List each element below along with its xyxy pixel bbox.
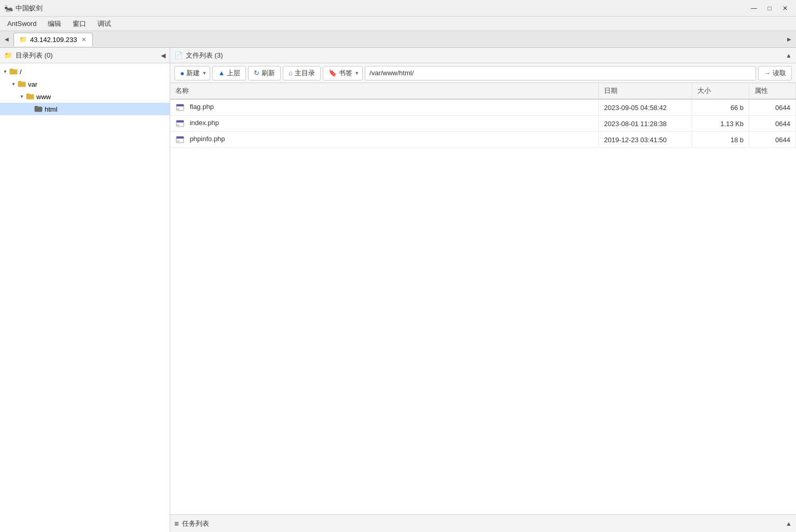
maximize-button[interactable]: □: [763, 3, 776, 13]
up-button[interactable]: ▲ 上层: [212, 66, 246, 80]
file-size-cell: 1.13 Kb: [692, 116, 749, 132]
file-name: flag.php: [190, 103, 214, 111]
file-table: 名称 日期 大小 属性 </> php flag.php 2023-09-05 …: [170, 83, 796, 148]
file-name-cell: </> php flag.php: [170, 99, 599, 116]
bookmark-label: 书签: [339, 69, 352, 78]
col-header-date[interactable]: 日期: [599, 83, 692, 99]
bookmark-button[interactable]: 🔖 书签 ▼: [323, 66, 363, 80]
window-controls: — □ ✕: [747, 3, 792, 13]
menu-antsword[interactable]: AntSword: [2, 18, 42, 29]
table-row[interactable]: </> php flag.php 2023-09-05 04:58:42 66 …: [170, 99, 796, 116]
file-table-container: 名称 日期 大小 属性 </> php flag.php 2023-09-05 …: [170, 83, 796, 514]
file-attr-cell: 0644: [749, 132, 796, 148]
file-panel-header: 📄 文件列表 (3) ▲: [170, 48, 796, 63]
svg-text:php: php: [177, 140, 180, 142]
folder-icon-html: [34, 105, 43, 113]
tree-toggle-html[interactable]: [27, 106, 33, 112]
task-icon: ≡: [174, 519, 179, 528]
tree-label-www: www: [36, 93, 51, 101]
php-file-icon: </> php: [175, 119, 185, 128]
directory-panel-collapse[interactable]: ◀: [161, 52, 166, 59]
refresh-button[interactable]: ↻ 刷新: [248, 66, 281, 80]
php-file-icon: </> php: [175, 103, 185, 112]
title-bar: 🐜 中国蚁剑 — □ ✕: [0, 0, 796, 17]
folder-icon-var: [18, 80, 26, 88]
refresh-label: 刷新: [262, 69, 275, 78]
app-title: 中国蚁剑: [16, 4, 747, 13]
col-header-attr[interactable]: 属性: [749, 83, 796, 99]
tree-item-var[interactable]: ▼ var: [0, 78, 170, 90]
col-header-name[interactable]: 名称: [170, 83, 599, 99]
task-panel: ≡ 任务列表 ▲: [170, 514, 796, 532]
main-content: 📁 目录列表 (0) ◀ ▼ / ▼ var: [0, 48, 796, 532]
minimize-button[interactable]: —: [747, 3, 761, 13]
file-date-cell: 2023-09-05 04:58:42: [599, 99, 692, 116]
file-list-icon: 📄: [174, 51, 183, 59]
home-label: 主目录: [295, 69, 315, 78]
svg-text:</>: </>: [177, 138, 181, 140]
new-arrow-icon: ▼: [202, 71, 207, 76]
refresh-icon: ↻: [254, 69, 259, 77]
svg-text:php: php: [177, 108, 180, 110]
new-icon: ●: [180, 69, 184, 77]
directory-icon: 📁: [4, 51, 12, 59]
table-row[interactable]: </> php phpinfo.php 2019-12-23 03:41:50 …: [170, 132, 796, 148]
close-button[interactable]: ✕: [778, 3, 792, 13]
app-icon: 🐜: [4, 4, 12, 12]
file-size-cell: 66 b: [692, 99, 749, 116]
bookmark-icon: 🔖: [328, 69, 337, 77]
table-row[interactable]: </> php index.php 2023-08-01 11:28:38 1.…: [170, 116, 796, 132]
tree-item-www[interactable]: ▼ www: [0, 90, 170, 103]
path-input[interactable]: [365, 66, 756, 80]
menu-window[interactable]: 窗口: [67, 18, 91, 30]
right-panel: 📄 文件列表 (3) ▲ ● 新建 ▼ ▲ 上层 ↻ 刷新 ⌂ 主目录: [170, 48, 796, 532]
svg-text:php: php: [177, 124, 180, 126]
directory-tree: ▼ / ▼ var ▼ www: [0, 63, 170, 532]
new-button[interactable]: ● 新建 ▼: [174, 66, 210, 80]
up-icon: ▲: [218, 69, 225, 77]
file-panel-collapse[interactable]: ▲: [786, 52, 792, 59]
menu-bar: AntSword 编辑 窗口 调试: [0, 17, 796, 31]
read-label: 读取: [773, 69, 786, 78]
read-button[interactable]: → 读取: [758, 66, 792, 80]
tree-item-root[interactable]: ▼ /: [0, 65, 170, 78]
php-file-icon: </> php: [175, 135, 185, 144]
col-header-size[interactable]: 大小: [692, 83, 749, 99]
read-icon: →: [764, 69, 771, 77]
tree-toggle-var[interactable]: ▼: [10, 81, 17, 87]
tree-label-root: /: [20, 68, 22, 76]
svg-text:</>: </>: [177, 106, 181, 108]
tab-label: 43.142.109.233: [30, 36, 77, 44]
directory-panel-title: 目录列表 (0): [16, 51, 53, 60]
task-panel-collapse[interactable]: ▲: [786, 520, 792, 527]
tab-folder-icon: 📁: [19, 36, 27, 43]
file-toolbar: ● 新建 ▼ ▲ 上层 ↻ 刷新 ⌂ 主目录 🔖 书签 ▼: [170, 63, 796, 83]
file-name: phpinfo.php: [190, 135, 225, 143]
tab-bar: ◀ 📁 43.142.109.233 ✕ ▶: [0, 31, 796, 48]
bookmark-arrow-icon: ▼: [354, 71, 359, 76]
file-attr-cell: 0644: [749, 99, 796, 116]
directory-panel-header: 📁 目录列表 (0) ◀: [0, 48, 170, 63]
file-date-cell: 2023-08-01 11:28:38: [599, 116, 692, 132]
tree-toggle-root[interactable]: ▼: [2, 69, 8, 75]
tab-close-button[interactable]: ✕: [80, 36, 87, 43]
menu-debug[interactable]: 调试: [92, 18, 116, 30]
tree-label-html: html: [45, 105, 58, 113]
tree-label-var: var: [28, 80, 37, 88]
tab-connection[interactable]: 📁 43.142.109.233 ✕: [13, 33, 93, 46]
file-name-cell: </> php index.php: [170, 116, 599, 132]
left-panel: 📁 目录列表 (0) ◀ ▼ / ▼ var: [0, 48, 170, 532]
file-date-cell: 2019-12-23 03:41:50: [599, 132, 692, 148]
menu-edit[interactable]: 编辑: [43, 18, 66, 30]
file-name: index.php: [190, 119, 219, 127]
up-label: 上层: [227, 69, 240, 78]
tree-item-html[interactable]: html: [0, 103, 170, 115]
new-label: 新建: [186, 69, 200, 78]
table-header-row: 名称 日期 大小 属性: [170, 83, 796, 99]
home-icon: ⌂: [289, 69, 293, 77]
tab-nav-right[interactable]: ▶: [785, 34, 794, 45]
home-button[interactable]: ⌂ 主目录: [283, 66, 321, 80]
tab-nav-left[interactable]: ◀: [2, 34, 11, 45]
folder-icon-www: [26, 92, 34, 101]
tree-toggle-www[interactable]: ▼: [19, 93, 25, 100]
